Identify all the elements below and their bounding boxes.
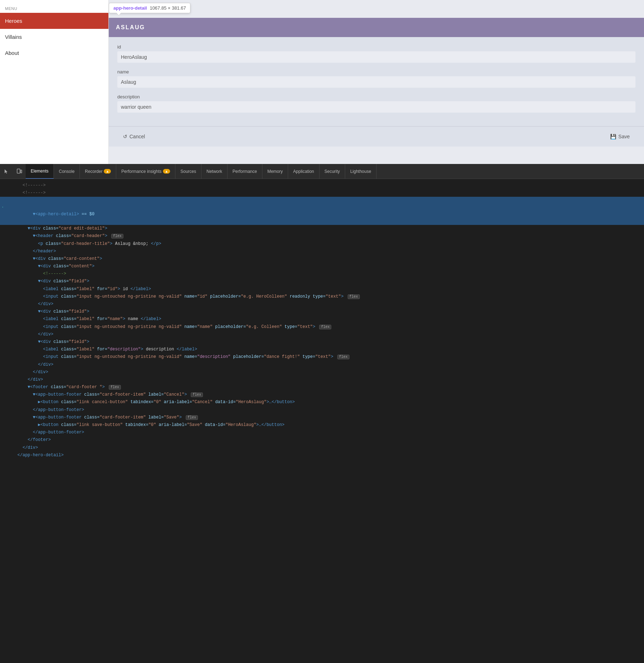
code-line-26: ▶<button class="link cancel-button" tabi…: [0, 399, 644, 406]
dot-marker: ·: [1, 204, 4, 211]
code-line-6: </header>: [0, 248, 644, 255]
code-line-24: ▼<footer class="card-footer "> flex: [0, 384, 644, 391]
save-icon: 💾: [610, 134, 616, 139]
tab-lighthouse[interactable]: Lighthouse: [345, 164, 377, 179]
code-tag-open: ▼<app-hero-detail>: [22, 212, 79, 217]
tab-sources-label: Sources: [180, 169, 196, 174]
code-line-16: <input class="input ng-untouched ng-pris…: [0, 323, 644, 331]
tab-elements-label: Elements: [31, 169, 48, 174]
code-line-selected[interactable]: · ▼<app-hero-detail> == $0: [0, 197, 644, 225]
tooltip-dimensions: 1067.85 × 381.67: [150, 5, 186, 11]
code-line-14: ▼<div class="field">: [0, 308, 644, 315]
card-header: ASLAUG: [109, 18, 644, 37]
field-name: name: [117, 69, 635, 88]
field-id-input[interactable]: [117, 51, 635, 63]
tab-network[interactable]: Network: [201, 164, 228, 179]
code-line-32: </div>: [0, 444, 644, 452]
field-description: description: [117, 94, 635, 113]
code-line-2: <!------>: [0, 189, 644, 197]
code-line-31: </footer>: [0, 436, 644, 444]
devtools-code-view: <!------> <!------> · ▼<app-hero-detail>…: [0, 179, 644, 462]
tab-elements[interactable]: Elements: [26, 164, 54, 179]
tab-console-label: Console: [59, 169, 75, 174]
cursor-icon-btn[interactable]: [0, 164, 13, 179]
code-line-19: <label class="label" for="description"> …: [0, 346, 644, 353]
cancel-button[interactable]: ↺ Cancel: [117, 131, 151, 142]
code-line-27: </app-button-footer>: [0, 406, 644, 414]
tab-memory[interactable]: Memory: [262, 164, 288, 179]
code-line-17: </div>: [0, 331, 644, 338]
code-line-25: ▼<app-button-footer class="card-footer-i…: [0, 391, 644, 399]
field-name-input[interactable]: [117, 76, 635, 88]
tab-memory-label: Memory: [267, 169, 283, 174]
code-line-11: <label class="label" for="id"> id </labe…: [0, 286, 644, 293]
code-line-15: <label class="label" for="name"> name </…: [0, 315, 644, 323]
tab-performance-insights-label: Performance insights: [121, 169, 162, 174]
code-line-4: ▼<header class="card-header"> flex: [0, 232, 644, 240]
tab-recorder-label: Recorder: [85, 169, 102, 174]
cancel-icon: ↺: [123, 134, 127, 139]
tooltip-tag: app-hero-detail: [113, 5, 147, 11]
code-line-9: <!------>: [0, 270, 644, 278]
code-line-12: <input class="input ng-untouched ng-pris…: [0, 293, 644, 300]
tab-lighthouse-label: Lighthouse: [350, 169, 371, 174]
code-line-29: ▶<button class="link save-button" tabind…: [0, 421, 644, 429]
field-id-label: id: [117, 44, 635, 50]
save-button[interactable]: 💾 Save: [604, 131, 635, 142]
code-line-8: ▼<div class="content">: [0, 263, 644, 270]
code-line-10: ▼<div class="field">: [0, 278, 644, 285]
code-line-22: </div>: [0, 369, 644, 376]
card-footer: ↺ Cancel 💾 Save: [109, 126, 644, 147]
card-header-title: ASLAUG: [116, 24, 145, 31]
save-label: Save: [618, 134, 630, 139]
code-line-7: ▼<div class="card-content">: [0, 255, 644, 263]
code-line-5: <p class="card-header-title"> Aslaug &nb…: [0, 240, 644, 248]
code-line-28: ▼<app-button-footer class="card-footer-i…: [0, 414, 644, 421]
code-line-13: </div>: [0, 300, 644, 308]
code-line-23: </div>: [0, 376, 644, 384]
tab-console[interactable]: Console: [54, 164, 80, 179]
tab-sources[interactable]: Sources: [175, 164, 201, 179]
tab-performance[interactable]: Performance: [228, 164, 262, 179]
tab-performance-insights[interactable]: Performance insights ▲: [116, 164, 175, 179]
field-name-label: name: [117, 69, 635, 74]
tooltip-arrow-inner: [116, 12, 121, 15]
sidebar-item-about[interactable]: About: [0, 45, 108, 61]
tab-recorder[interactable]: Recorder ▲: [80, 164, 116, 179]
svg-rect-1: [21, 170, 22, 173]
code-line-21: </div>: [0, 361, 644, 369]
devtools-panel: Elements Console Recorder ▲ Performance …: [0, 164, 644, 663]
tab-network-label: Network: [206, 169, 222, 174]
code-line-20: <input class="input ng-untouched ng-pris…: [0, 353, 644, 361]
field-id: id: [117, 44, 635, 63]
tab-security[interactable]: Security: [320, 164, 345, 179]
code-line-1: <!------>: [0, 182, 644, 189]
code-line-18: ▼<div class="field">: [0, 338, 644, 346]
cancel-label: Cancel: [129, 134, 145, 139]
card-content: id name description: [109, 37, 644, 126]
code-line-33: </app-hero-detail>: [0, 452, 644, 459]
tab-performance-label: Performance: [232, 169, 257, 174]
sidebar-item-heroes[interactable]: Heroes: [0, 13, 108, 29]
recorder-badge: ▲: [104, 169, 111, 174]
menu-label: MENU: [0, 4, 108, 13]
sidebar-item-villains[interactable]: Villains: [0, 29, 108, 45]
devtools-tabs-bar: Elements Console Recorder ▲ Performance …: [0, 164, 644, 179]
hero-detail-card: ASLAUG id name description: [109, 18, 644, 147]
svg-rect-0: [17, 169, 20, 173]
code-line-30: </app-button-footer>: [0, 429, 644, 436]
field-description-label: description: [117, 94, 635, 99]
performance-insights-badge: ▲: [163, 169, 170, 174]
tab-application-label: Application: [293, 169, 314, 174]
sidebar: MENU Heroes Villains About: [0, 0, 109, 164]
element-tooltip: app-hero-detail 1067.85 × 381.67: [109, 3, 190, 13]
tab-application[interactable]: Application: [288, 164, 320, 179]
code-line-3: ▼<div class="card edit-detail">: [0, 225, 644, 232]
device-icon-btn[interactable]: [13, 164, 26, 179]
tab-security-label: Security: [324, 169, 340, 174]
main-content: app-hero-detail 1067.85 × 381.67 ASLAUG …: [109, 0, 644, 164]
field-description-input[interactable]: [117, 101, 635, 113]
